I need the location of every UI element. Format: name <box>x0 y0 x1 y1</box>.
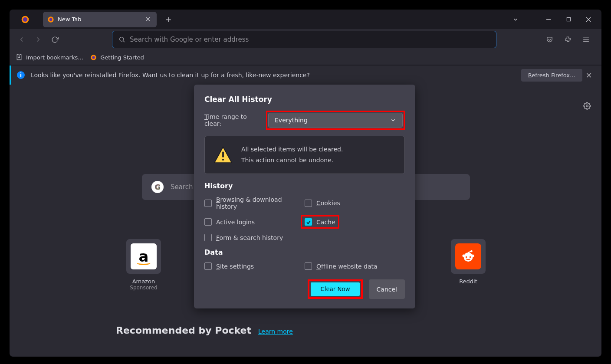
bookmark-getting-started[interactable]: Getting Started <box>90 54 144 61</box>
close-infobar-icon[interactable]: ✕ <box>582 71 595 80</box>
warning-box: All selected items will be cleared. This… <box>204 136 405 174</box>
checkbox-offline-data[interactable]: Offline website data <box>305 262 405 270</box>
time-range-select[interactable]: Everything <box>268 113 403 128</box>
new-tab-content: G Search a Amazon Sponsored Reddit Recom… <box>10 85 601 357</box>
close-tab-icon[interactable]: ✕ <box>144 15 152 24</box>
svg-rect-24 <box>222 152 224 157</box>
browser-tab[interactable]: New Tab ✕ <box>43 12 157 27</box>
tile-subtitle: Sponsored <box>123 285 164 291</box>
svg-point-1 <box>23 17 27 22</box>
new-tab-button[interactable]: + <box>162 13 175 26</box>
warning-icon <box>214 146 233 164</box>
bookmark-label: Getting Started <box>100 54 144 61</box>
top-site-reddit[interactable]: Reddit <box>448 239 489 285</box>
svg-line-9 <box>123 41 125 42</box>
minimize-button[interactable] <box>539 12 558 27</box>
info-bar: i Looks like you've reinstalled Firefox.… <box>10 66 601 85</box>
info-icon: i <box>17 71 25 79</box>
customize-gear-icon[interactable] <box>583 102 591 111</box>
tile-name: Reddit <box>448 278 489 285</box>
extensions-icon[interactable] <box>561 33 575 46</box>
highlight-box: Clear Now <box>308 279 362 299</box>
maximize-button[interactable] <box>559 12 578 27</box>
firefox-icon <box>90 54 97 61</box>
chevron-down-icon <box>390 117 396 123</box>
svg-rect-25 <box>222 159 224 161</box>
select-value: Everything <box>275 117 308 124</box>
top-site-amazon[interactable]: a Amazon Sponsored <box>123 239 164 291</box>
time-range-label: Time range to clear: <box>204 113 261 127</box>
svg-marker-23 <box>214 147 232 163</box>
checkbox-site-settings[interactable]: Site settings <box>204 262 305 270</box>
cancel-button[interactable]: Cancel <box>369 279 405 299</box>
url-placeholder: Search with Google or enter address <box>130 36 249 43</box>
svg-point-22 <box>470 256 471 258</box>
checkbox-cache[interactable]: Cache <box>301 215 339 229</box>
content-search[interactable]: G Search <box>142 174 470 200</box>
close-window-button[interactable] <box>579 12 598 27</box>
search-icon <box>118 36 125 43</box>
warning-line2: This action cannot be undone. <box>241 155 343 166</box>
amazon-icon: a <box>131 243 157 269</box>
import-bookmarks-label: Import bookmarks… <box>26 54 83 61</box>
checkbox-active-logins[interactable]: Active logins <box>204 217 305 227</box>
browser-window: New Tab ✕ + Search with Google or enter … <box>10 10 601 357</box>
warning-line1: All selected items will be cleared. <box>241 144 343 155</box>
data-heading: Data <box>204 248 405 256</box>
svg-point-18 <box>463 255 465 257</box>
pocket-icon[interactable] <box>542 33 556 46</box>
clear-now-button[interactable]: Clear Now <box>311 282 359 296</box>
tile-name: Amazon <box>123 278 164 285</box>
svg-rect-5 <box>567 17 570 21</box>
google-icon: G <box>151 181 164 193</box>
refresh-firefox-button[interactable]: Refresh Firefox… <box>521 69 582 82</box>
navbar: Search with Google or enter address <box>10 29 601 50</box>
import-bookmarks-button[interactable]: Import bookmarks… <box>16 54 83 61</box>
tabs-dropdown-icon[interactable] <box>506 12 525 27</box>
content-search-placeholder: Search <box>171 183 193 191</box>
pocket-heading: Recommended by Pocket <box>116 325 251 336</box>
url-bar[interactable]: Search with Google or enter address <box>112 31 496 48</box>
checkbox-form-history[interactable]: Form & search history <box>204 234 305 241</box>
svg-point-8 <box>120 37 124 41</box>
info-text: Looks like you've reinstalled Firefox. W… <box>31 72 512 79</box>
svg-point-15 <box>92 56 95 59</box>
back-button[interactable] <box>15 33 29 46</box>
reload-button[interactable] <box>48 33 62 46</box>
reddit-icon <box>455 243 481 269</box>
tab-title: New Tab <box>58 16 144 23</box>
dialog-title: Clear All History <box>204 95 405 104</box>
pocket-learn-more-link[interactable]: Learn more <box>258 328 293 335</box>
svg-point-17 <box>464 253 473 262</box>
menu-icon[interactable] <box>579 33 593 46</box>
firefox-app-icon <box>10 15 41 24</box>
forward-button[interactable] <box>31 33 45 46</box>
firefox-icon <box>47 16 54 23</box>
svg-point-19 <box>472 255 474 257</box>
svg-point-21 <box>466 256 467 258</box>
titlebar: New Tab ✕ + <box>10 10 601 29</box>
bookmarks-bar: Import bookmarks… Getting Started <box>10 50 601 65</box>
svg-point-16 <box>586 105 588 107</box>
svg-point-3 <box>49 18 53 21</box>
highlight-box: Everything <box>266 111 405 130</box>
import-icon <box>16 54 23 61</box>
